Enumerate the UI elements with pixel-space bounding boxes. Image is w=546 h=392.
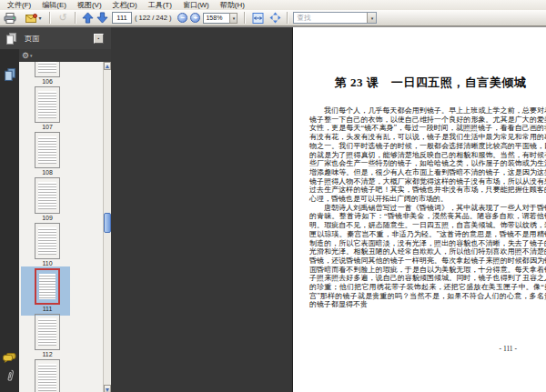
thumbnail-page-number: 108 — [19, 169, 76, 176]
thumbnail-item[interactable]: 110 — [19, 223, 76, 268]
thumbnail-item[interactable]: 111 — [19, 268, 76, 314]
thumbnail-image[interactable] — [35, 268, 60, 305]
gear-dropdown-caret[interactable]: ▾ — [30, 53, 33, 58]
thumbnail-page-number: 111 — [19, 306, 76, 312]
document-paragraph: 唐朝诗人刘禹锡曾写过一首《昏镜词》，其中就表现了一些人对于昏镜的青睐。整首诗如下… — [309, 204, 546, 309]
back-arrow-icon: ↺ — [58, 13, 66, 23]
toolbar-separator — [49, 12, 51, 24]
fit-page-button[interactable] — [268, 11, 282, 25]
document-viewer[interactable]: 第 23 课 一日四五照，自言美倾城 我们每个人，几乎每天都会用到镜子。早上上班… — [111, 27, 546, 392]
fit-width-button[interactable] — [251, 11, 265, 25]
pdf-reader-window: 文件(F) 编辑(E) 视图(V) 文档(D) 工具(T) 窗口(W) 帮助(H… — [0, 0, 546, 392]
tab-attachments[interactable] — [0, 367, 19, 384]
toolbar: ▾ ↺ ( 122 / 242 ) − + 158% ▾ — [0, 10, 546, 26]
panel-header: 页面 ▪ — [0, 27, 111, 50]
thumbnail-item[interactable]: 107 — [19, 86, 76, 132]
thumbnail-image[interactable] — [35, 86, 60, 123]
thumbnail-image[interactable] — [35, 177, 60, 214]
document-paragraph: 我们每个人，几乎每天都会用到镜子。早上上班或上学之前，总要对着镜子整一下自己的衣… — [309, 106, 546, 204]
thumbnail-page-number: 109 — [19, 215, 76, 221]
fit-page-icon — [269, 12, 281, 24]
zoom-in-button[interactable]: + — [190, 13, 200, 23]
thumbnail-image[interactable] — [35, 314, 60, 350]
zoom-level-combo[interactable]: 158% ▾ — [203, 13, 238, 24]
paperclip-icon — [5, 369, 15, 382]
thumbnail-page-number: 107 — [19, 124, 76, 130]
menu-item[interactable]: 文件(F) — [2, 0, 36, 10]
email-dropdown-caret[interactable]: ▾ — [38, 15, 41, 21]
thumbnail-item[interactable]: 112 — [19, 314, 76, 359]
thumbnail-page-number: 112 — [19, 351, 76, 357]
menu-item[interactable]: 窗口(W) — [177, 0, 215, 10]
tab-pages[interactable] — [0, 66, 19, 83]
scrollbar-thumb[interactable] — [104, 213, 111, 233]
page-number-input[interactable] — [112, 12, 132, 24]
page-number: - 111 - — [500, 345, 517, 353]
thumbnail-image[interactable] — [35, 223, 60, 259]
zoom-out-button[interactable]: − — [177, 13, 187, 23]
thumbnail-image[interactable] — [35, 359, 60, 392]
email-button[interactable]: ▾ — [23, 11, 45, 25]
scroll-down-button[interactable] — [104, 385, 111, 392]
menu-item[interactable]: 工具(T) — [143, 0, 177, 10]
thumbnail-item[interactable]: 113 — [19, 359, 76, 392]
triangle-down-icon — [106, 388, 109, 392]
thumbnail-list: 106107108109110111112113 — [19, 62, 103, 392]
thumbnail-item[interactable]: 108 — [19, 132, 76, 177]
menu-item[interactable]: 视图(V) — [72, 0, 107, 10]
lesson-title: 第 23 课 一日四五照，自言美倾城 — [309, 75, 546, 91]
zoom-level-value: 158% — [203, 13, 229, 24]
comment-bubble-icon — [3, 353, 16, 363]
toolbar-separator — [244, 12, 246, 24]
find-dropdown-caret[interactable]: ▾ — [367, 13, 376, 23]
panel-options-button[interactable]: ▪ — [94, 34, 104, 44]
menu-item[interactable]: 文档(D) — [107, 0, 143, 10]
pages-icon — [6, 33, 16, 45]
thumbnail-options-row: ⚙ ▾ — [19, 49, 111, 62]
fit-width-icon — [252, 13, 264, 24]
thumbnail-page-number: 106 — [19, 78, 76, 85]
printer-icon — [4, 13, 16, 24]
find-combo[interactable]: 查找 ▾ — [293, 12, 377, 24]
menu-item[interactable]: 编辑(E) — [36, 0, 72, 10]
email-icon — [25, 14, 37, 23]
next-page-button[interactable] — [96, 11, 108, 25]
thumbnail-image[interactable] — [35, 62, 60, 77]
thumbnail-item[interactable]: 106 — [19, 62, 76, 86]
panel-title: 页面 — [25, 34, 94, 44]
previous-page-button[interactable] — [81, 11, 94, 25]
main-area: 页面 ▪ — [0, 26, 546, 392]
toolbar-separator — [75, 12, 76, 24]
arrow-down-icon — [96, 12, 108, 24]
gear-icon[interactable]: ⚙ — [22, 51, 29, 60]
thumbnail-scrollbar[interactable] — [103, 62, 111, 392]
menu-item[interactable]: 帮助(H) — [215, 0, 250, 10]
thumbnail-image[interactable] — [35, 132, 60, 168]
zoom-dropdown-caret[interactable]: ▾ — [229, 13, 238, 24]
tab-comments[interactable] — [0, 349, 19, 366]
arrow-up-icon — [82, 12, 94, 24]
toolbar-separator — [287, 12, 288, 24]
triangle-up-icon — [106, 65, 109, 68]
sidebar-tabstrip — [0, 49, 19, 392]
print-button[interactable] — [3, 11, 17, 25]
menu-bar: 文件(F) 编辑(E) 视图(V) 文档(D) 工具(T) 窗口(W) 帮助(H… — [0, 0, 546, 10]
scroll-up-button[interactable] — [104, 62, 111, 70]
thumbnail-page-number: 110 — [19, 260, 76, 266]
thumbnail-item[interactable]: 109 — [19, 177, 76, 223]
find-input[interactable]: 查找 — [294, 14, 367, 23]
previous-view-button[interactable]: ↺ — [56, 11, 70, 25]
document-page: 第 23 课 一日四五照，自言美倾城 我们每个人，几乎每天都会用到镜子。早上上班… — [293, 27, 546, 392]
page-count-label: ( 122 / 242 ) — [135, 14, 171, 22]
document-body: 我们每个人，几乎每天都会用到镜子。早上上班或上学之前，总要对着镜子整一下自己的衣… — [309, 106, 546, 309]
pages-tab-icon — [5, 68, 15, 81]
